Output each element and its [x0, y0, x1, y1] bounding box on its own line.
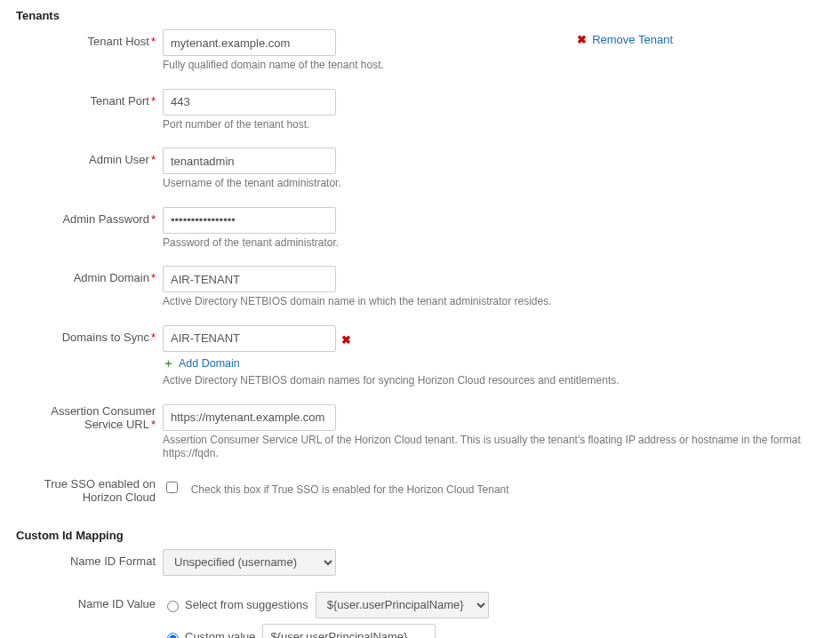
admin-user-input[interactable] — [163, 148, 336, 174]
admin-password-help: Password of the tenant administrator. — [163, 236, 824, 251]
true-sso-checkbox[interactable] — [166, 482, 178, 493]
true-sso-label-line2: Horizon Cloud — [83, 490, 156, 504]
remove-domain-icon[interactable]: ✖ — [341, 333, 351, 347]
custom-id-section-title: Custom Id Mapping — [16, 529, 824, 542]
true-sso-label-line1: True SSO enabled on — [44, 477, 156, 490]
admin-domain-label: Admin Domain — [74, 271, 149, 284]
domains-sync-input[interactable] — [163, 325, 336, 352]
admin-user-label: Admin User — [89, 153, 149, 166]
admin-domain-input[interactable] — [163, 266, 336, 292]
close-icon: ✖ — [577, 33, 587, 46]
tenant-host-label: Tenant Host — [88, 35, 149, 48]
required-icon: * — [151, 271, 156, 284]
name-id-value-suggest-label: Select from suggestions — [185, 598, 308, 611]
plus-icon: ＋ — [163, 355, 174, 371]
domains-sync-label: Domains to Sync — [62, 331, 149, 344]
remove-tenant-link[interactable]: ✖Remove Tenant — [577, 33, 673, 46]
name-id-value-label: Name ID Value — [78, 597, 156, 610]
admin-user-help: Username of the tenant administrator. — [163, 177, 824, 191]
acs-url-input[interactable] — [163, 404, 336, 431]
admin-password-input[interactable] — [163, 207, 336, 234]
true-sso-help: Check this box if True SSO is enabled fo… — [191, 483, 509, 496]
domains-sync-help: Active Directory NETBIOS domain names fo… — [163, 374, 824, 388]
required-icon: * — [151, 35, 156, 48]
tenant-port-input[interactable] — [163, 89, 336, 116]
add-domain-link[interactable]: ＋Add Domain — [163, 355, 240, 371]
admin-domain-help: Active Directory NETBIOS domain name in … — [163, 295, 824, 309]
tenant-port-label: Tenant Port — [90, 94, 149, 108]
admin-password-label: Admin Password — [62, 212, 149, 226]
required-icon: * — [151, 331, 156, 344]
tenant-port-help: Port number of the tenant host. — [163, 118, 824, 132]
name-id-value-suggest-select[interactable]: ${user.userPrincipalName} — [316, 592, 489, 618]
acs-url-label-line2: Service URL — [84, 418, 149, 431]
tenants-section-title: Tenants — [16, 9, 824, 22]
acs-url-label-line1: Assertion Consumer — [51, 404, 156, 418]
name-id-value-custom-input[interactable] — [262, 624, 436, 638]
name-id-value-custom-label: Custom value — [185, 630, 255, 638]
name-id-value-suggest-radio[interactable] — [167, 601, 179, 612]
name-id-format-select[interactable]: Unspecified (username) — [163, 549, 336, 576]
required-icon: * — [151, 418, 156, 431]
acs-url-help: Assertion Consumer Service URL of the Ho… — [163, 434, 824, 461]
tenant-host-help: Fully qualified domain name of the tenan… — [163, 59, 824, 73]
required-icon: * — [151, 153, 156, 166]
required-icon: * — [151, 94, 156, 108]
tenant-host-input[interactable] — [163, 29, 336, 56]
name-id-format-label: Name ID Format — [70, 554, 156, 568]
name-id-value-custom-radio[interactable] — [167, 633, 179, 638]
required-icon: * — [151, 212, 156, 226]
